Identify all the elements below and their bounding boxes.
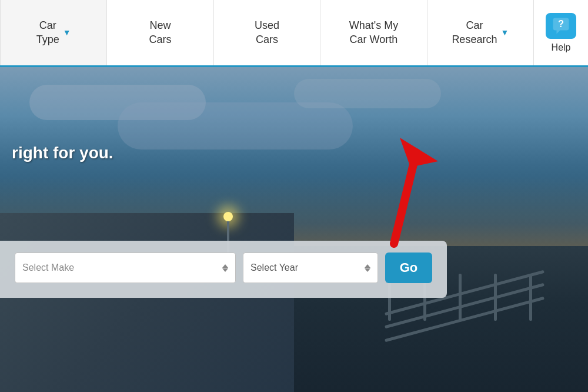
nav-help-button[interactable]: ? Help xyxy=(534,0,588,65)
building-structure xyxy=(0,213,294,392)
go-button[interactable]: Go xyxy=(385,253,432,283)
cloud-2 xyxy=(118,102,353,150)
search-row: Select Make Select Year Go xyxy=(15,253,432,283)
svg-text:?: ? xyxy=(558,18,564,29)
light-bulb xyxy=(223,212,233,221)
nav-item-car-research[interactable]: CarResearch ▼ xyxy=(427,0,534,65)
nav-label-car-research: CarResearch xyxy=(452,19,497,46)
year-select-label: Select Year xyxy=(250,263,360,273)
make-stepper-up[interactable] xyxy=(222,264,228,268)
year-stepper-down[interactable] xyxy=(365,268,370,272)
year-select[interactable]: Select Year xyxy=(243,253,378,283)
year-stepper xyxy=(365,264,370,272)
make-stepper xyxy=(222,264,228,272)
make-select[interactable]: Select Make xyxy=(15,253,236,283)
help-label: Help xyxy=(552,42,571,53)
car-type-dropdown-arrow: ▼ xyxy=(63,27,71,38)
svg-marker-2 xyxy=(557,30,560,34)
hero-section: right for you. Select Make Select Year xyxy=(0,67,588,392)
make-select-label: Select Make xyxy=(22,263,218,273)
nav-label-car-type: CarType xyxy=(36,19,59,46)
question-mark-icon: ? xyxy=(552,17,570,35)
nav-item-car-type[interactable]: CarType ▼ xyxy=(0,0,107,65)
search-panel: Select Make Select Year Go xyxy=(0,241,447,298)
cloud-3 xyxy=(294,79,441,108)
hero-tagline: right for you. xyxy=(12,144,113,162)
railing-v5 xyxy=(529,274,532,321)
help-icon: ? xyxy=(546,13,576,39)
nav-item-used-cars[interactable]: UsedCars xyxy=(214,0,320,65)
make-stepper-down[interactable] xyxy=(222,268,228,272)
car-research-dropdown-arrow: ▼ xyxy=(500,27,509,38)
nav-item-new-cars[interactable]: NewCars xyxy=(107,0,213,65)
nav-label-used-cars: UsedCars xyxy=(255,19,279,46)
year-stepper-up[interactable] xyxy=(365,264,370,268)
nav-label-whats-my-car-worth: What's MyCar Worth xyxy=(349,19,398,46)
railing-v3 xyxy=(459,274,462,321)
navigation-bar: CarType ▼ NewCars UsedCars What's MyCar … xyxy=(0,0,588,67)
nav-label-new-cars: NewCars xyxy=(149,19,172,46)
nav-item-whats-my-car-worth[interactable]: What's MyCar Worth xyxy=(320,0,427,65)
railing-v4 xyxy=(494,274,497,321)
